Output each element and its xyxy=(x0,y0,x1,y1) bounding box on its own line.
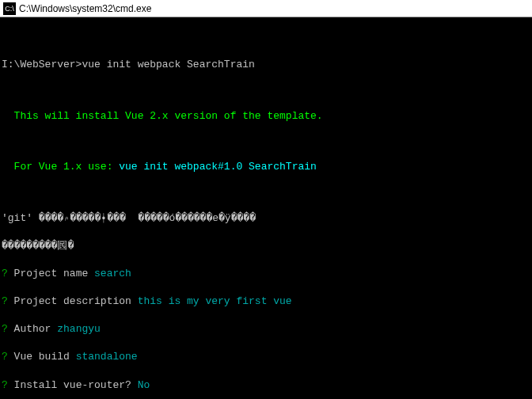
command-input: vue init webpack SearchTrain xyxy=(82,59,254,70)
terminal-output[interactable]: I:\WebServer>vue init webpack SearchTrai… xyxy=(0,17,532,399)
prompt-row: ? Author zhangyu xyxy=(2,322,530,336)
title-bar[interactable]: C:\ C:\Windows\system32\cmd.exe xyxy=(0,0,532,17)
prompt-row: ? Install vue-router? No xyxy=(2,378,530,393)
notice-text: This will install Vue 2.x version of the… xyxy=(2,109,530,124)
prompt-row: ? Project name search xyxy=(2,267,530,281)
prompt: I:\WebServer> xyxy=(2,59,82,70)
git-error-line: ���������囻� xyxy=(2,239,530,253)
notice-text: For Vue 1.x use: vue init webpack#1.0 Se… xyxy=(2,160,530,174)
prompt-row: ? Vue build standalone xyxy=(2,350,530,364)
window-title: C:\Windows\system32\cmd.exe xyxy=(19,3,151,14)
cmd-icon: C:\ xyxy=(3,2,16,15)
git-error-line: 'git' ����۾�����⍿��� �����ó������e�ÿ���� xyxy=(2,211,530,226)
prompt-row: ? Project description this is my very fi… xyxy=(2,294,530,309)
